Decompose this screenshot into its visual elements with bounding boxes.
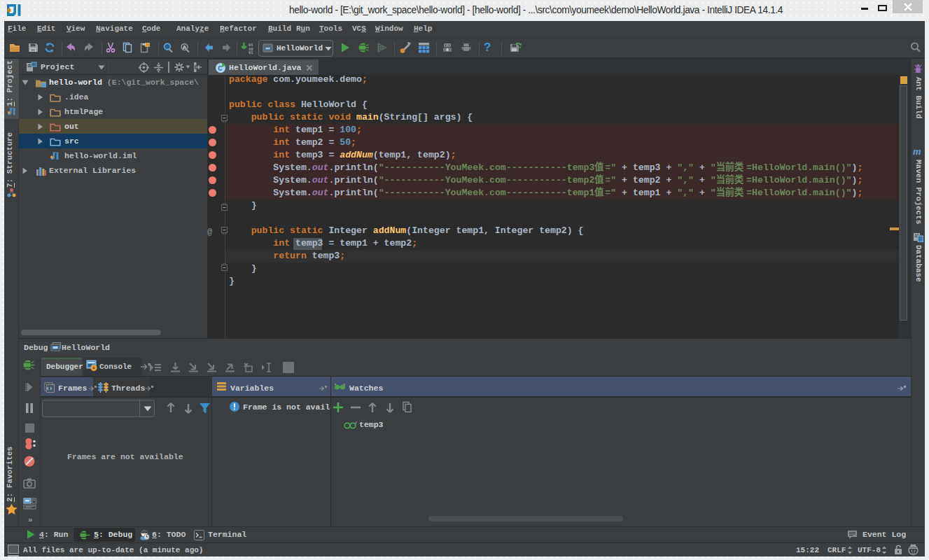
svg-text:01: 01 [249,50,253,54]
svg-text:A: A [183,44,187,50]
